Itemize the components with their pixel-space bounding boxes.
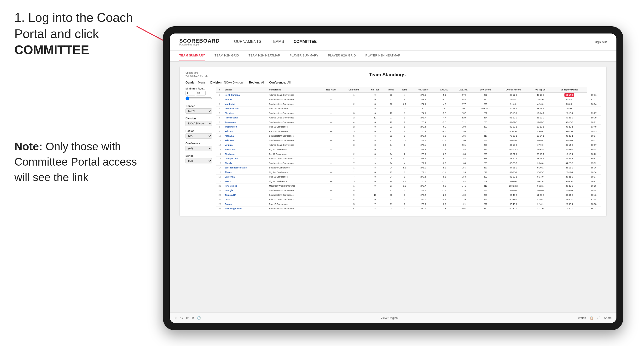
- col-rnds: Rnds: [384, 87, 398, 93]
- logo-area: SCOREBOARD Powered by clippd: [179, 38, 220, 46]
- nav-committee[interactable]: COMMITTEE: [294, 37, 316, 46]
- cell-20-13: 9-12-1: [530, 184, 552, 188]
- subnav-player-summary[interactable]: PLAYER SUMMARY: [290, 51, 318, 61]
- school-name[interactable]: Illinois: [224, 171, 232, 173]
- cell-18-14: 29-21-0: [552, 175, 587, 179]
- cell-23-2: Atlantic Coast Conference: [268, 197, 320, 202]
- school-name[interactable]: Duke: [224, 198, 230, 201]
- redo-icon[interactable]: ↪: [180, 316, 183, 320]
- cell-14-5: 8: [366, 157, 384, 161]
- nav-tournaments[interactable]: TOURNAMENTS: [232, 37, 261, 46]
- cell-20-8: 278.7: [412, 184, 435, 188]
- region-value: All: [261, 81, 264, 84]
- school-name[interactable]: Arkansas: [224, 139, 234, 142]
- standings-table: # School Conference Reg Rank Conf Rank N…: [216, 87, 600, 211]
- cell-6-8: 275.9: [412, 120, 435, 125]
- content-layout: Minimum Rou... Gender Men's: [186, 87, 600, 211]
- cell-21-9: -3.8: [435, 188, 454, 193]
- view-original-button[interactable]: View: Original: [380, 316, 398, 320]
- cell-15-12: 80-25-2: [497, 161, 530, 166]
- school-name[interactable]: Auburn: [224, 98, 232, 101]
- cell-21-11: 266: [474, 188, 497, 193]
- col-conference: Conference: [268, 87, 320, 93]
- division-select[interactable]: NCAA Division I: [186, 121, 212, 126]
- conference-select[interactable]: (All): [186, 146, 212, 151]
- school-name[interactable]: North Carolina: [224, 94, 240, 96]
- cell-21-14: 20-33-1: [552, 188, 587, 193]
- school-name[interactable]: Georgia Tech: [224, 158, 238, 160]
- clip-icon[interactable]: 📋: [590, 316, 594, 320]
- subnav-team-summary[interactable]: TEAM SUMMARY: [179, 51, 205, 61]
- fullscreen-icon[interactable]: ⛶: [597, 316, 600, 320]
- school-name[interactable]: Texas Tech: [224, 148, 236, 151]
- cell-15-7: 4: [398, 161, 412, 166]
- conference-value: All: [287, 81, 290, 84]
- cell-7-6: 23: [384, 125, 398, 129]
- school-name[interactable]: Texas: [224, 180, 230, 182]
- watch-button[interactable]: Watch: [578, 316, 586, 320]
- school-name[interactable]: Oregon: [224, 203, 232, 205]
- cell-22-4: 9: [342, 193, 366, 197]
- school-select[interactable]: (All): [186, 158, 212, 164]
- cell-18-2: Pac-12 Conference: [268, 175, 320, 179]
- cell-1-5: 9: [366, 97, 384, 102]
- school-name[interactable]: Oklahoma: [224, 153, 235, 155]
- school-name[interactable]: Ole Miss: [224, 112, 234, 114]
- school-name[interactable]: Florida State: [224, 117, 238, 119]
- school-name[interactable]: Virginia: [224, 144, 232, 146]
- min-rounds-min-input[interactable]: [186, 91, 195, 95]
- school-name[interactable]: California: [224, 176, 235, 178]
- undo-icon[interactable]: ↩: [174, 316, 177, 320]
- cell-21-0: 22: [216, 188, 224, 193]
- school-name[interactable]: Florida: [224, 162, 232, 164]
- cell-13-11: 269: [474, 152, 497, 157]
- refresh-icon[interactable]: ⟳: [186, 316, 189, 320]
- cell-18-6: 24: [384, 175, 398, 179]
- cell-11-8: 276.1: [412, 143, 435, 147]
- cell-21-7: 1: [398, 188, 412, 193]
- subnav-team-h2h-heatmap[interactable]: TEAM H2H HEATMAP: [248, 51, 280, 61]
- cell-4-13: 12-14-1: [530, 111, 552, 116]
- copy-icon[interactable]: ⧉: [192, 316, 194, 320]
- school-name[interactable]: Tennessee: [224, 121, 236, 124]
- info-icon[interactable]: 🕐: [197, 316, 201, 320]
- school-name[interactable]: Georgia: [224, 189, 233, 192]
- school-name[interactable]: Washington: [224, 126, 237, 128]
- school-name[interactable]: Arizona State: [224, 107, 238, 110]
- school-name[interactable]: East Tennessee State: [224, 167, 246, 169]
- cell-7-15: 83.49: [587, 125, 600, 129]
- subnav-team-h2h-grid[interactable]: TEAM H2H GRID: [214, 51, 239, 61]
- subnav-player-h2h-heatmap[interactable]: PLAYER H2H HEATMAP: [365, 51, 400, 61]
- cell-25-4: 10: [342, 206, 366, 211]
- region-select[interactable]: N/A: [186, 133, 212, 139]
- col-school: School: [224, 87, 268, 93]
- school-name[interactable]: New Mexico: [224, 185, 237, 187]
- gender-select[interactable]: Men's: [186, 108, 212, 114]
- cell-2-14: 38-6-0: [552, 102, 587, 107]
- school-name[interactable]: Mississippi State: [224, 207, 242, 210]
- cell-13-4: 2: [342, 152, 366, 157]
- school-name[interactable]: Alabama: [224, 135, 234, 137]
- cell-10-9: -3.8: [435, 138, 454, 143]
- conference-filter-display: Conference: All: [269, 81, 290, 84]
- table-row: 7TennesseeSoutheastern Conference—461822…: [216, 120, 600, 125]
- subnav-player-h2h-grid[interactable]: PLAYER H2H GRID: [328, 51, 356, 61]
- cell-2-9: -4.8: [435, 102, 454, 107]
- min-rounds-max-input[interactable]: [196, 91, 206, 95]
- table-row: 8WashingtonPac-12 Conference—28231276.3-…: [216, 125, 600, 129]
- cell-6-5: 6: [366, 120, 384, 125]
- school-name[interactable]: Vanderbilt: [224, 103, 235, 105]
- share-button[interactable]: Share: [604, 316, 612, 320]
- school-name[interactable]: Texas A&M: [224, 194, 236, 196]
- cell-24-5: 7: [366, 202, 384, 206]
- cell-13-8: 276.3: [412, 152, 435, 157]
- nav-teams[interactable]: TEAMS: [271, 37, 284, 46]
- school-name[interactable]: Arizona: [224, 130, 232, 133]
- cell-17-9: -1.4: [435, 170, 454, 175]
- cell-20-14: 29-25-2: [552, 184, 587, 188]
- cell-16-5: 8: [366, 166, 384, 170]
- sign-out-button[interactable]: Sign out: [589, 40, 607, 44]
- cell-21-6: 21: [384, 188, 398, 193]
- cell-11-5: 8: [366, 143, 384, 147]
- min-rounds-slider[interactable]: [186, 96, 212, 100]
